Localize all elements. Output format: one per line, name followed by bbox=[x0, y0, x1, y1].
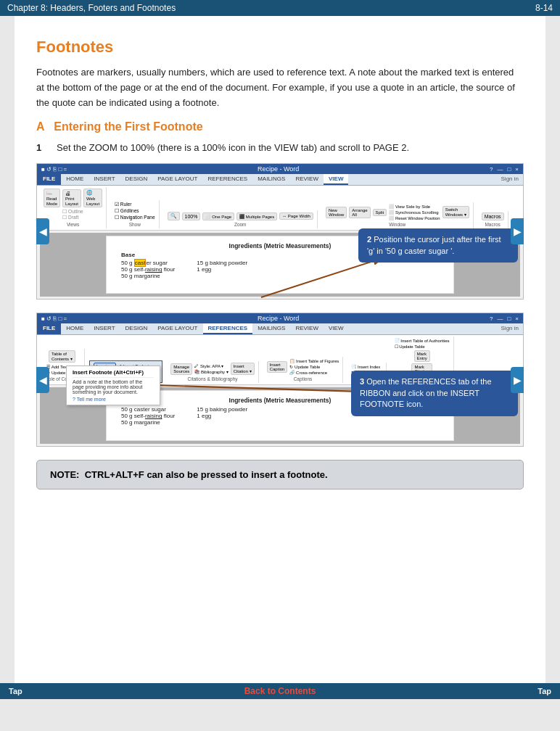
captions-label: Captions bbox=[294, 376, 313, 381]
tab-references-1[interactable]: REFERENCES bbox=[203, 174, 253, 185]
cross-reference-item[interactable]: 🔗 Cross-reference bbox=[289, 370, 339, 375]
tab-review-2[interactable]: REVIEW bbox=[290, 323, 324, 334]
page-header: Chapter 8: Headers, Footers and Footnote… bbox=[0, 0, 560, 16]
nav-arrow-left-2[interactable]: ◀ bbox=[36, 367, 49, 393]
tab-file-1[interactable]: FILE bbox=[37, 174, 61, 185]
draft-checkbox: ☐ Draft bbox=[62, 215, 83, 220]
word-title-bar-1: ■ ↺ ⎘ □ = Recipe - Word ? — □ × bbox=[37, 164, 523, 174]
tab-design-1[interactable]: DESIGN bbox=[120, 174, 153, 185]
tab-insert-2[interactable]: INSERT bbox=[88, 323, 120, 334]
word-controls-1: ? — □ × bbox=[490, 166, 519, 173]
tab-home-1[interactable]: HOME bbox=[61, 174, 88, 185]
help-icon-2[interactable]: ? bbox=[490, 315, 493, 322]
word-ribbon-1: 📖ReadMode 🖨PrintLayout 🌐WebLayout ☐ Outl… bbox=[37, 186, 523, 231]
tab-review-1[interactable]: REVIEW bbox=[290, 174, 324, 185]
table-figures-item[interactable]: 📋 Insert Table of Figures bbox=[289, 358, 339, 363]
update-table2-item[interactable]: ↻ Update Table bbox=[289, 364, 339, 369]
mark-entry-btn[interactable]: MarkEntry bbox=[414, 350, 430, 362]
tab-file-2[interactable]: FILE bbox=[37, 323, 61, 334]
page-footer: Tap Back to Contents Tap bbox=[0, 683, 560, 699]
note-text: CTRL+ALT+F can also be pressed to insert… bbox=[85, 469, 328, 480]
doc-row3-col1-2: 50 g margarine bbox=[121, 419, 175, 426]
ribbon-views-icons: 📖ReadMode 🖨PrintLayout 🌐WebLayout bbox=[44, 189, 102, 207]
sync-scrolling: ⬜ Synchronous Scrolling bbox=[389, 210, 440, 215]
close-icon-1[interactable]: × bbox=[515, 166, 519, 173]
doc-row2-col1-1: 50 g self-raising flour bbox=[121, 266, 175, 273]
doc-row3-col1-1: 50 g margarine bbox=[121, 273, 175, 279]
maximize-icon-2[interactable]: □ bbox=[507, 315, 511, 322]
nav-arrow-right-1[interactable]: ▶ bbox=[511, 218, 524, 244]
footer-tap-right[interactable]: Tap bbox=[538, 687, 551, 695]
screenshot-1-wrapper: ◀ ■ ↺ ⎘ □ = Recipe - Word ? — □ × FILE H… bbox=[36, 163, 524, 300]
tab-view-1[interactable]: VIEW bbox=[324, 174, 348, 185]
help-icon-1[interactable]: ? bbox=[490, 166, 493, 173]
insert-index-item[interactable]: 📑 Insert Index bbox=[351, 364, 382, 369]
update-toa-item[interactable]: ☐ Update Table bbox=[395, 344, 450, 349]
tab-view-2[interactable]: VIEW bbox=[324, 323, 348, 334]
callout-2: 3 Open the REFERENCES tab of the RIBBON … bbox=[351, 371, 518, 416]
sign-in-1[interactable]: Sign in bbox=[497, 174, 523, 185]
footer-tap-left[interactable]: Tap bbox=[9, 687, 22, 695]
outline-checkbox: ☐ Outline bbox=[62, 209, 83, 215]
insert-toa-item[interactable]: 📄 Insert Table of Authorities bbox=[395, 338, 450, 343]
doc-row2-col2-1: 1 egg bbox=[197, 266, 247, 273]
subsection-a-label: A bbox=[36, 120, 44, 133]
zoom-100-btn[interactable]: 100% bbox=[182, 212, 201, 220]
zoom-label: Zoom bbox=[234, 222, 247, 227]
intro-text: Footnotes are markers, usually numbers, … bbox=[36, 65, 524, 110]
close-icon-2[interactable]: × bbox=[515, 315, 519, 322]
back-to-contents-link[interactable]: Back to Contents bbox=[244, 686, 316, 696]
doc-row2-col1-2: 50 g self-raising flour bbox=[121, 413, 175, 419]
show-label: Show bbox=[129, 222, 141, 227]
doc-col1-1: 50 g caster sugar 50 g self-raising flou… bbox=[121, 260, 175, 279]
one-page-btn[interactable]: ⬜ One Page bbox=[202, 212, 234, 220]
bibliography-item[interactable]: 📚 Bibliography ▾ bbox=[194, 369, 228, 374]
switch-windows-btn[interactable]: SwitchWindows ▾ bbox=[442, 206, 469, 218]
dropdown-link[interactable]: ? Tell me more bbox=[73, 397, 154, 402]
doc-row2-col2-2: 1 egg bbox=[197, 413, 247, 419]
captions-icons: InsertCaption 📋 Insert Table of Figures … bbox=[267, 358, 339, 375]
ribbon-group-macros: Macros Macros bbox=[478, 211, 508, 228]
web-layout-btn[interactable]: 🌐WebLayout bbox=[83, 189, 102, 207]
macros-label: Macros bbox=[485, 222, 500, 227]
zoom-btn[interactable]: 🔍 bbox=[168, 212, 180, 220]
tab-pagelayout-2[interactable]: PAGE LAYOUT bbox=[152, 323, 202, 334]
tab-insert-1[interactable]: INSERT bbox=[88, 174, 120, 185]
style-item[interactable]: 🖊 Style: APA ▾ bbox=[194, 363, 228, 368]
insert-citation-btn[interactable]: InsertCitation ▾ bbox=[231, 363, 255, 375]
reset-window: ⬜ Reset Window Position bbox=[389, 215, 440, 220]
maximize-icon-1[interactable]: □ bbox=[507, 166, 511, 173]
step-1-num: 1 bbox=[36, 142, 49, 153]
tab-pagelayout-1[interactable]: PAGE LAYOUT bbox=[152, 174, 202, 185]
toc-icons: Table ofContents ▾ bbox=[49, 350, 75, 363]
note-box: NOTE: CTRL+ALT+F can also be pressed to … bbox=[36, 460, 524, 490]
page-width-btn[interactable]: ↔ Page Width bbox=[279, 212, 313, 220]
ribbon-group-show: ☑ Ruler ☐ Gridlines ☐ Navigation Pane Sh… bbox=[111, 200, 160, 228]
read-mode-btn[interactable]: 📖ReadMode bbox=[44, 189, 60, 207]
tab-home-2[interactable]: HOME bbox=[61, 323, 88, 334]
sign-in-2[interactable]: Sign in bbox=[497, 323, 523, 334]
callout-2-num: 3 bbox=[360, 377, 364, 386]
macros-btn[interactable]: Macros bbox=[482, 212, 504, 220]
multi-page-btn[interactable]: ⬛ Multiple Pages bbox=[236, 212, 277, 220]
print-layout-btn[interactable]: 🖨PrintLayout bbox=[62, 189, 81, 207]
nav-pane-checkbox: ☐ Navigation Pane bbox=[115, 215, 155, 220]
tab-references-2[interactable]: REFERENCES bbox=[203, 323, 253, 334]
tab-mailings-1[interactable]: MAILINGS bbox=[252, 174, 290, 185]
ribbon-group-citations: ManageSources 🖊 Style: APA ▾ 📚 Bibliogra… bbox=[167, 361, 258, 383]
arrange-all-btn[interactable]: ArrangeAll bbox=[349, 207, 370, 218]
insert-caption-btn[interactable]: InsertCaption bbox=[267, 361, 288, 373]
ribbon-group-views: 📖ReadMode 🖨PrintLayout 🌐WebLayout ☐ Outl… bbox=[40, 187, 107, 228]
manage-sources-btn[interactable]: ManageSources bbox=[170, 363, 192, 375]
zoom-icons: 🔍 100% ⬜ One Page ⬛ Multiple Pages ↔ Pag… bbox=[168, 212, 313, 220]
callout-1-text: Position the cursor just after the first… bbox=[367, 235, 501, 255]
table-contents-btn[interactable]: Table ofContents ▾ bbox=[49, 350, 75, 363]
nav-arrow-right-2[interactable]: ▶ bbox=[511, 367, 524, 393]
tab-mailings-2[interactable]: MAILINGS bbox=[252, 323, 290, 334]
minimize-icon-1[interactable]: — bbox=[497, 166, 503, 173]
split-btn[interactable]: Split bbox=[373, 209, 387, 216]
nav-arrow-left-1[interactable]: ◀ bbox=[36, 218, 49, 244]
minimize-icon-2[interactable]: — bbox=[497, 315, 503, 322]
new-window-btn[interactable]: NewWindow bbox=[326, 207, 347, 218]
tab-design-2[interactable]: DESIGN bbox=[120, 323, 153, 334]
